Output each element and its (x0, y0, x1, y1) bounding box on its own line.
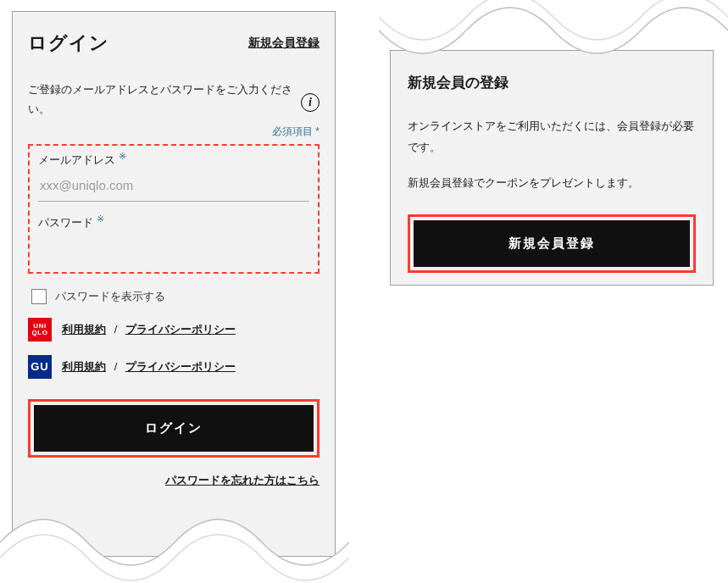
login-button-highlight: ログイン (28, 399, 320, 458)
signup-text-1: オンラインストアをご利用いただくには、会員登録が必要です。 (408, 116, 696, 158)
password-input[interactable] (38, 236, 309, 270)
uniqlo-terms-links: 利用規約 / プライバシーポリシー (62, 322, 236, 337)
uniqlo-privacy-link[interactable]: プライバシーポリシー (125, 323, 236, 336)
signup-button-highlight: 新規会員登録 (408, 214, 696, 273)
checkbox-icon[interactable] (31, 289, 47, 304)
email-label: メールアドレス ※ (38, 153, 126, 168)
show-password-label: パスワードを表示する (55, 289, 165, 304)
gu-logo-icon: GU (28, 355, 52, 379)
login-instruction: ご登録のメールアドレスとパスワードをご入力ください。 (28, 80, 294, 119)
signup-button[interactable]: 新規会員登録 (414, 220, 690, 267)
separator: / (114, 323, 118, 336)
uniqlo-terms-link[interactable]: 利用規約 (62, 323, 106, 336)
gu-terms-links: 利用規約 / プライバシーポリシー (62, 359, 236, 375)
signup-link[interactable]: 新規会員登録 (248, 36, 320, 51)
login-title: ログイン (28, 31, 109, 56)
required-mark-icon: ※ (97, 214, 104, 225)
info-icon[interactable]: i (301, 93, 320, 112)
required-note: 必須項目 * (28, 125, 320, 139)
login-header: ログイン 新規会員登録 (28, 31, 320, 56)
signup-text-2: 新規会員登録でクーポンをプレゼントします。 (408, 173, 696, 194)
login-button[interactable]: ログイン (34, 405, 314, 452)
uniqlo-logo-icon: UNI QLO (28, 318, 52, 341)
login-instruction-row: ご登録のメールアドレスとパスワードをご入力ください。 i (28, 80, 320, 119)
password-label: パスワード ※ (38, 215, 104, 230)
terms-row-gu: GU 利用規約 / プライバシーポリシー (28, 355, 320, 379)
email-label-text: メールアドレス (38, 153, 115, 168)
login-panel: ログイン 新規会員登録 ご登録のメールアドレスとパスワードをご入力ください。 i… (12, 11, 336, 557)
email-field-group: メールアドレス ※ (30, 146, 318, 203)
forgot-password-link[interactable]: パスワードを忘れた方はこちら (28, 473, 320, 488)
show-password-toggle[interactable]: パスワードを表示する (31, 289, 316, 304)
password-label-text: パスワード (38, 215, 93, 230)
signup-title: 新規会員の登録 (408, 73, 696, 92)
gu-privacy-link[interactable]: プライバシーポリシー (125, 360, 236, 373)
password-field-group: パスワード ※ (30, 208, 318, 272)
separator: / (114, 360, 118, 373)
email-input[interactable] (38, 173, 309, 202)
signup-panel: 新規会員の登録 オンラインストアをご利用いただくには、会員登録が必要です。 新規… (390, 50, 714, 286)
signup-body: オンラインストアをご利用いただくには、会員登録が必要です。 新規会員登録でクーポ… (408, 116, 696, 194)
terms-row-uniqlo: UNI QLO 利用規約 / プライバシーポリシー (28, 318, 320, 341)
required-mark-icon: ※ (119, 151, 126, 162)
credentials-highlight-box: メールアドレス ※ パスワード ※ (28, 144, 320, 274)
gu-terms-link[interactable]: 利用規約 (62, 360, 106, 373)
